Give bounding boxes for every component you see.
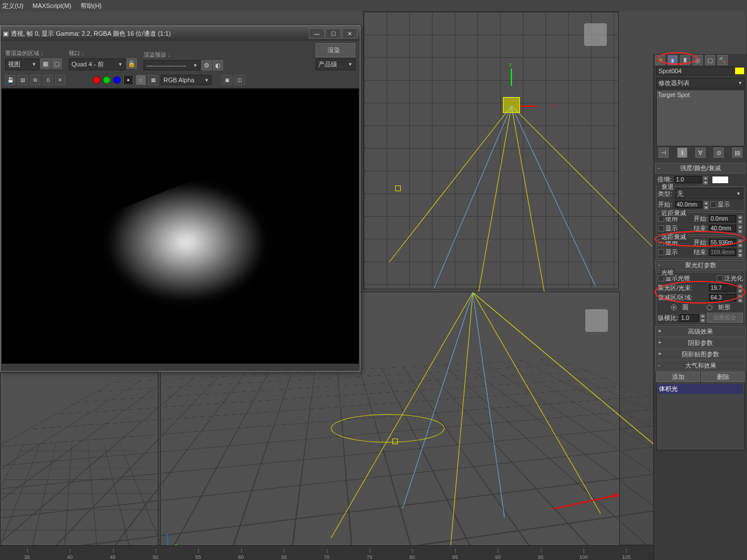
configure-icon[interactable]: ▤ [732,148,742,158]
spinner-down[interactable]: ▼ [703,180,708,185]
far-start-spinner[interactable] [709,239,736,246]
rollout-intensity[interactable]: -强度/颜色/衰减 [655,163,746,174]
near-show-checkbox[interactable] [658,225,664,231]
menu-define[interactable]: 定义(U) [2,2,23,10]
object-color-swatch[interactable] [735,67,745,75]
close-button[interactable]: ✕ [342,28,358,39]
spinner-up[interactable]: ▲ [737,294,743,298]
spinner-down[interactable]: ▼ [737,289,743,293]
save-icon[interactable]: 💾 [5,75,15,85]
mono-toggle[interactable]: ○ [136,75,146,85]
spinner-down[interactable]: ▼ [737,220,743,224]
checker-icon[interactable]: ▦ [148,75,158,85]
multiplier-spinner[interactable] [674,176,702,183]
maximize-button[interactable]: ☐ [325,28,341,39]
b-toggle[interactable] [113,76,121,84]
aspect-spinner[interactable] [679,314,699,322]
spinner-down[interactable]: ▼ [700,318,706,323]
bitmap-fit-button[interactable]: 位图拟合 [707,313,743,323]
modifier-stack[interactable]: Target Spot [656,90,745,146]
product-dropdown[interactable]: 产品级 [316,58,355,70]
add-effect-button[interactable]: 添加 [656,372,700,382]
create-tab-icon[interactable]: ✳ [655,55,665,65]
split-icon[interactable]: ◫ [234,75,245,85]
object-name-input[interactable] [656,66,733,75]
effect-item-volume-light[interactable]: 体积光 [658,384,743,394]
spinner-up[interactable]: ▲ [703,201,709,205]
render-output[interactable] [2,89,359,364]
spinner-up[interactable]: ▲ [737,239,743,243]
rollout-atmosphere[interactable]: -大气和效果 [655,360,746,371]
render-window-titlebar[interactable]: ▣ 透视, 帧 0, 显示 Gamma: 2.2, RGBA 颜色 16 位/通… [1,26,360,41]
decay-show-checkbox[interactable] [710,201,716,208]
spinner-up[interactable]: ▲ [700,314,706,318]
spinner-down[interactable]: ▼ [737,243,743,248]
spinner-up[interactable]: ▲ [703,176,708,180]
decay-start-spinner[interactable] [675,201,702,208]
viewcube[interactable] [584,23,607,46]
hierarchy-tab-icon[interactable]: ♜ [680,55,690,65]
spinner-down[interactable]: ▼ [737,229,743,234]
spinner-down[interactable]: ▼ [703,205,709,210]
render-button[interactable]: 渲染 [316,43,355,57]
remove-mod-icon[interactable]: ⊘ [714,148,724,158]
motion-tab-icon[interactable]: ◎ [693,55,703,65]
shape-rect-radio[interactable] [707,305,712,310]
target-handle[interactable] [392,439,398,444]
copy-icon[interactable]: ▤ [18,75,28,85]
modifier-list-dropdown[interactable]: 修改器列表 [656,78,745,89]
delete-effect-button[interactable]: 删除 [701,372,745,382]
viewcube[interactable] [585,309,608,332]
spinner-down[interactable]: ▼ [737,253,743,258]
spinner-up[interactable]: ▲ [737,215,743,220]
g-toggle[interactable] [103,76,111,84]
alpha-toggle[interactable]: ● [123,75,133,85]
falloff-spinner[interactable] [709,294,736,301]
rollout-shadow[interactable]: +阴影参数 [655,338,746,348]
overshoot-checkbox[interactable] [717,275,723,281]
rollout-shadowmap[interactable]: +阴影贴图参数 [655,349,746,360]
viewport-dropdown[interactable]: Quad 4 - 前 [69,58,125,70]
region-edit-icon[interactable]: ▦ [40,58,51,69]
spinner-down[interactable]: ▼ [737,298,743,303]
stack-item[interactable]: Target Spot [658,91,743,98]
show-end-icon[interactable]: ℹ [677,148,687,158]
rollout-advanced[interactable]: +高级效果 [655,326,746,337]
shape-circle-radio[interactable] [671,305,677,310]
menu-maxscript[interactable]: MAXScript(M) [32,2,71,9]
light-color-swatch[interactable] [712,176,729,184]
timeline-ruler[interactable]: 35 40 45 50 55 60 65 70 75 80 85 90 95 1… [0,545,653,560]
minimize-button[interactable]: — [309,28,325,39]
environment-icon[interactable]: ◐ [213,60,223,70]
render-setup-icon[interactable]: ⚙ [202,60,212,70]
effects-list[interactable]: 体积光 [656,382,745,450]
overlay-icon[interactable]: ▣ [222,75,232,85]
far-end-spinner[interactable] [709,249,736,256]
utilities-tab-icon[interactable]: 🔨 [717,55,728,65]
near-atten-title: 近距衰减 [660,209,687,217]
display-tab-icon[interactable]: ▢ [705,55,715,65]
make-unique-icon[interactable]: ∀ [695,148,706,158]
viewport-front[interactable]: z x [363,11,619,289]
region-edit-icon-2[interactable]: ▢ [52,58,62,69]
print-icon[interactable]: ⎙ [43,75,53,85]
spinner-up[interactable]: ▲ [737,249,743,253]
pin-stack-icon[interactable]: ⊣ [658,148,669,158]
spinner-up[interactable]: ▲ [737,225,743,229]
clone-icon[interactable]: ⧉ [30,75,40,85]
decay-type-dropdown[interactable]: 无 [675,188,743,199]
channel-dropdown[interactable]: RGB Alpha [161,75,212,85]
spinner-up[interactable]: ▲ [737,284,743,289]
hotspot-spinner[interactable] [709,284,736,292]
near-end-spinner[interactable] [709,225,736,232]
far-show-checkbox[interactable] [658,249,664,255]
menu-help[interactable]: 帮助(H) [81,2,102,10]
r-toggle[interactable] [93,76,100,84]
target-handle[interactable] [395,186,401,191]
near-start-spinner[interactable] [709,215,736,222]
clear-icon[interactable]: ✕ [55,75,65,85]
modify-tab-icon[interactable]: ◗ [668,55,678,65]
lock-icon[interactable]: 🔒 [127,58,137,69]
region-dropdown[interactable]: 视图 [5,58,39,70]
preset-dropdown[interactable]: ------------------- [144,60,200,70]
